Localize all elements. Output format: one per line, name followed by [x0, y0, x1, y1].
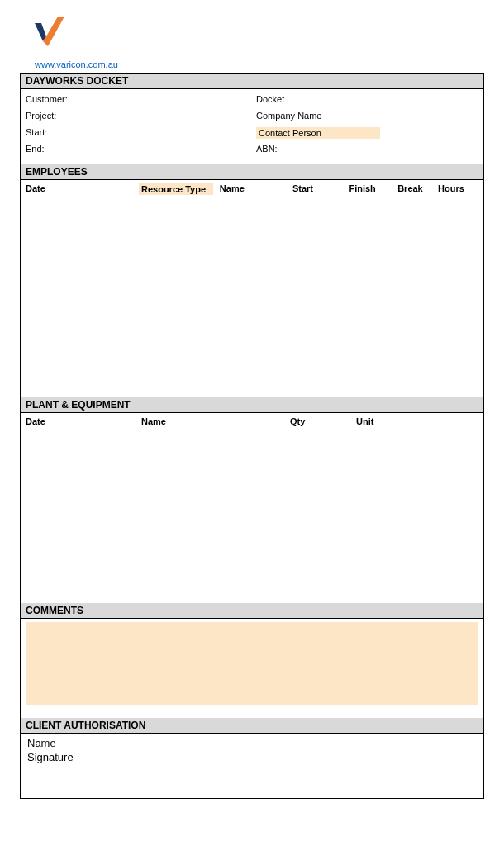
col-finish: Finish	[349, 183, 397, 195]
col-start: Start	[292, 183, 349, 195]
pcol-qty: Qty	[290, 416, 356, 426]
employees-header: EMPLOYEES	[21, 164, 483, 180]
col-resource-type[interactable]: Resource Type	[139, 183, 213, 195]
client-signature-label: Signature	[27, 751, 477, 763]
comments-header: COMMENTS	[21, 603, 483, 619]
abn-label: ABN:	[256, 144, 478, 156]
website-link[interactable]: www.varicon.com.au	[35, 59, 118, 69]
pcol-unit: Unit	[356, 416, 422, 426]
col-hours: Hours	[438, 183, 478, 195]
start-label: Start:	[26, 127, 248, 140]
plant-columns: Date Name Qty Unit	[21, 413, 483, 430]
company-label: Company Name	[256, 111, 478, 123]
col-date: Date	[26, 183, 139, 195]
plant-equipment-header: PLANT & EQUIPMENT	[21, 397, 483, 413]
col-name: Name	[220, 183, 292, 195]
pcol-date: Date	[26, 416, 141, 426]
logo	[35, 17, 484, 53]
client-name-label: Name	[27, 737, 477, 749]
customer-label: Customer:	[26, 94, 248, 107]
pcol-name: Name	[141, 416, 290, 426]
contact-person-field[interactable]: Contact Person	[256, 127, 380, 139]
project-label: Project:	[26, 111, 248, 123]
client-auth-body: Name Signature	[21, 734, 483, 798]
client-authorisation-header: CLIENT AUTHORISATION	[21, 718, 483, 734]
dayworks-docket-header: DAYWORKS DOCKET	[21, 74, 483, 89]
docket-header-fields: Customer: Project: Start: End: Docket Co…	[21, 89, 483, 164]
employees-columns: Date Resource Type Name Start Finish Bre…	[21, 180, 483, 199]
end-label: End:	[26, 144, 248, 156]
employees-body	[21, 199, 483, 397]
docket-label: Docket	[256, 94, 478, 107]
plant-body	[21, 430, 483, 603]
docket-form: DAYWORKS DOCKET Customer: Project: Start…	[20, 73, 484, 799]
comments-field[interactable]	[26, 622, 478, 705]
col-break: Break	[397, 183, 438, 195]
